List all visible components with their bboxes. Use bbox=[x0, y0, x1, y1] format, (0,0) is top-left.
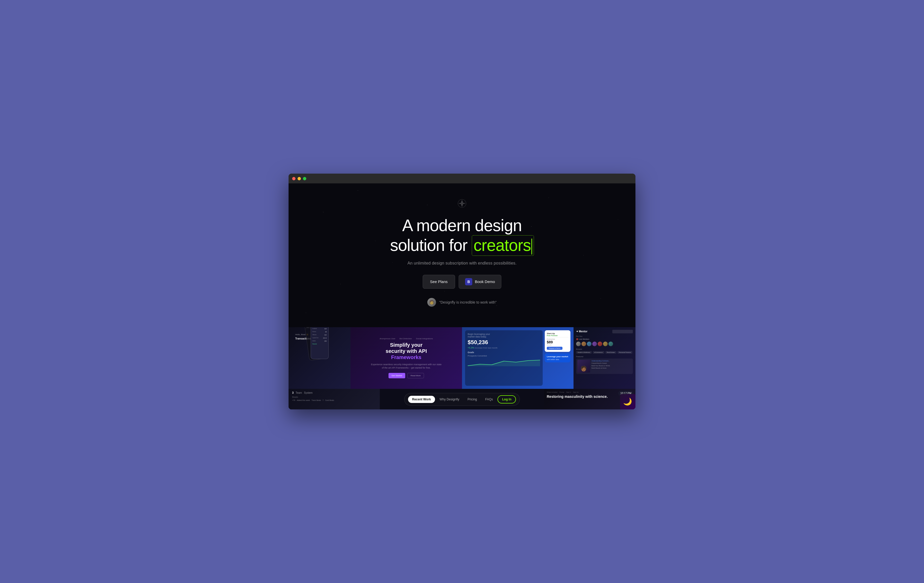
featured-image: 🧑🏾 bbox=[578, 360, 590, 373]
moon-decoration: 🌙 bbox=[620, 394, 635, 409]
finance-goals-label: Goals bbox=[468, 351, 540, 354]
close-dot[interactable] bbox=[292, 177, 295, 180]
browse-tag-ecommerce: eCommerce bbox=[593, 351, 604, 354]
mentor-content: ✦ Mentor For You 🔴 Live Mentors Browse H… bbox=[574, 327, 635, 389]
finance-amount: $50,236 bbox=[468, 339, 540, 346]
security-nav: Anonymous User Bot Detection Social Inte… bbox=[380, 338, 433, 340]
mentor-header: ✦ Mentor bbox=[576, 330, 633, 333]
mentor-logo: ✦ Mentor bbox=[576, 330, 587, 333]
portfolio-bottom: 3 Team System Beats +76 Added this week … bbox=[289, 389, 635, 409]
fullscreen-dot[interactable] bbox=[303, 177, 306, 180]
browser-chrome bbox=[289, 174, 635, 183]
finance-content: Begin leveraging yourmarket data today. … bbox=[462, 327, 574, 389]
nav-faqs[interactable]: FAQs bbox=[482, 396, 497, 403]
mentor-browse-label: Browse bbox=[576, 348, 633, 350]
featured-items: Understanding Contracts... Copywriting f… bbox=[591, 360, 610, 373]
portfolio-bottom-card3[interactable]: Whats IncludedPricingSign InSign Up Rest… bbox=[544, 389, 635, 409]
mentor-search-bar bbox=[612, 330, 633, 333]
mentor-avatar-7 bbox=[609, 342, 613, 346]
finance-right: Start-Up Free Forever Enterprise $89 /mo… bbox=[545, 330, 571, 386]
portfolio-card-security[interactable]: Anonymous User Bot Detection Social Inte… bbox=[350, 327, 462, 389]
finance-change: +5.3% bbox=[468, 346, 474, 349]
mentor-avatar-5 bbox=[598, 342, 602, 346]
browse-tag-health: Health & Wellness bbox=[576, 351, 592, 354]
phone-front: Transactions Grubhub-$14 Panera-$9 Nikka… bbox=[311, 327, 328, 359]
hero-buttons: See Plans B Book Demo bbox=[423, 275, 502, 289]
nav-why-designfly[interactable]: Why Designfly bbox=[436, 396, 463, 403]
portfolio-card-finance[interactable]: Hello, Brad 👋 Transactions Hello, Brad 👋… bbox=[289, 327, 350, 389]
social-proof: 🧑 "Designfly is incredible to work with" bbox=[427, 298, 497, 307]
mentor-for-you-label: For You bbox=[576, 336, 633, 337]
mentor-avatars bbox=[576, 342, 633, 346]
mentor-featured-card: 🧑🏾 Understanding Contracts... Copywritin… bbox=[576, 359, 633, 374]
minimize-dot[interactable] bbox=[297, 177, 301, 180]
security-cta-button[interactable]: Get Started bbox=[388, 373, 405, 378]
headline-line1: A modern design bbox=[402, 216, 521, 235]
request-demo-button[interactable]: Request a Demo bbox=[547, 347, 563, 350]
book-demo-icon: B bbox=[465, 278, 472, 285]
typed-word: creators bbox=[474, 236, 531, 255]
security-secondary-button[interactable]: Read More bbox=[407, 373, 424, 378]
security-title: Simplify your security with API Framewor… bbox=[386, 342, 427, 360]
testimonial-avatar: 🧑 bbox=[427, 298, 436, 307]
mentor-avatar-6 bbox=[603, 342, 608, 346]
mentor-featured-label: Featured bbox=[576, 356, 633, 357]
mentor-avatar-2 bbox=[581, 342, 586, 346]
nav-pricing[interactable]: Pricing bbox=[464, 396, 481, 403]
floating-nav-bar: Recent Work Why Designfly Pricing FAQs L… bbox=[404, 393, 520, 406]
leverage-card: Leverage your market with better data bbox=[545, 353, 571, 362]
portfolio-card-mentor[interactable]: ✦ Mentor For You 🔴 Live Mentors Browse H… bbox=[574, 327, 635, 389]
mentor-avatar-4 bbox=[592, 342, 597, 346]
portfolio-bottom-grid: 3 Team System Beats +76 Added this week … bbox=[289, 389, 635, 409]
finance-change-label: increase from last month bbox=[475, 347, 497, 349]
mentor-avatar-3 bbox=[587, 342, 591, 346]
portfolio-card-leverage[interactable]: Begin leveraging yourmarket data today. … bbox=[462, 327, 574, 389]
browse-tag-finance: Personal Finance bbox=[617, 351, 633, 354]
security-content: Anonymous User Bot Detection Social Inte… bbox=[350, 327, 462, 389]
headline-line2: solution for bbox=[390, 236, 472, 255]
mentor-browse-tags: Health & Wellness eCommerce Real Estate … bbox=[576, 351, 633, 354]
portfolio-grid: Hello, Brad 👋 Transactions Hello, Brad 👋… bbox=[289, 327, 635, 389]
mini-chart bbox=[468, 359, 540, 366]
book-demo-button[interactable]: B Book Demo bbox=[459, 275, 501, 289]
finance-goals-sub: Prospects Converted bbox=[468, 355, 540, 357]
nav-login-button[interactable]: Log In bbox=[497, 395, 516, 403]
security-buttons: Get Started Read More bbox=[388, 373, 424, 378]
typing-cursor bbox=[531, 239, 532, 255]
hero-section: A modern design solution for creators An… bbox=[289, 183, 635, 327]
logo-icon bbox=[457, 199, 467, 216]
pricing-mini-card: Start-Up Free Forever Enterprise $89 /mo… bbox=[545, 330, 571, 352]
mentor-avatar-1 bbox=[576, 342, 581, 346]
see-plans-button[interactable]: See Plans bbox=[423, 275, 455, 289]
hero-headline: A modern design solution for creators bbox=[390, 216, 534, 255]
live-mentors-label: 🔴 Live Mentors bbox=[576, 338, 633, 340]
finance-left: Begin leveraging yourmarket data today. … bbox=[465, 330, 543, 386]
portfolio-bottom-nav-area: Recent Work Why Designfly Pricing FAQs L… bbox=[380, 389, 544, 409]
testimonial-quote: "Designfly is incredible to work with" bbox=[439, 300, 497, 304]
security-subtext: Experience seamless security integration… bbox=[370, 363, 442, 369]
hero-subtext: An unlimited design subscription with en… bbox=[408, 261, 517, 265]
browser-window: A modern design solution for creators An… bbox=[289, 174, 635, 409]
portfolio-bottom-card1[interactable]: 3 Team System Beats +76 Added this week … bbox=[289, 389, 380, 409]
nav-recent-work[interactable]: Recent Work bbox=[408, 396, 435, 403]
browse-tag-realestate: Real Estate bbox=[606, 351, 616, 354]
